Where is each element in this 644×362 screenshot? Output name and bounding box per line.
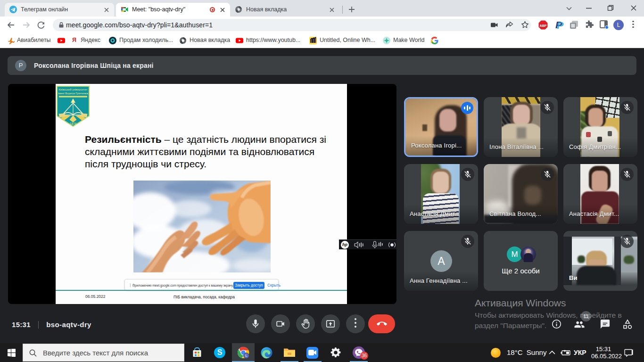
- svg-text:ABP: ABP: [540, 24, 547, 27]
- svg-text:1874: 1874: [70, 122, 77, 125]
- svg-text:імені Бориса Грінченка: імені Бориса Грінченка: [58, 92, 89, 95]
- svg-text:Київський університет: Київський університет: [58, 88, 87, 91]
- svg-text:L: L: [245, 354, 248, 358]
